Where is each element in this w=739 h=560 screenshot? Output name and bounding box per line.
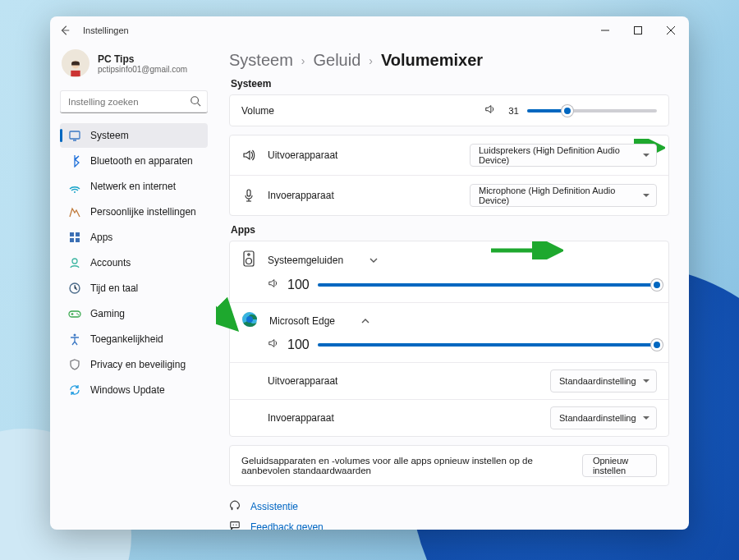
app-input-row: InvoerapparaatStandaardinstelling [230,399,668,436]
svg-rect-8 [70,238,74,242]
assist-link[interactable]: Assistentie [229,499,669,513]
svg-point-23 [246,316,253,323]
minimize-button[interactable] [589,19,622,42]
app-name: Systeemgeluiden [268,255,343,266]
input-label: Invoerapparaat [268,190,334,201]
svg-rect-0 [635,27,642,34]
nav-label: Netwerk en internet [90,181,176,192]
input-device-row: Invoerapparaat Microphone (High Definiti… [230,175,668,215]
search-input[interactable] [60,90,208,113]
microphone-icon [241,189,256,202]
nav-label: Tijd en taal [90,282,138,294]
systeem-icon [68,129,81,142]
nav-item-gaming[interactable]: Gaming [60,301,208,326]
apps-icon [68,231,81,244]
system-volume-card: Volume 31 [229,94,669,126]
avatar [62,49,90,77]
app-input-label: Invoerapparaat [268,412,334,424]
tijd-icon [68,282,81,295]
nav-item-privacy[interactable]: Privacy en beveiliging [60,352,208,377]
profile-name: PC Tips [98,53,187,65]
app-icon [241,311,258,331]
svg-point-10 [72,259,77,264]
profile-block[interactable]: PC Tips pctipsinfo01@gmail.com [60,48,208,84]
privacy-icon [68,358,81,371]
app-block: Systeemgeluiden100 [230,241,668,302]
nav-label: Persoonlijke instellingen [90,206,196,218]
nav-label: Privacy en beveiliging [90,359,186,370]
nav-item-apps[interactable]: Apps [60,225,208,250]
app-volume-value: 100 [287,278,310,292]
speaker-icon[interactable] [268,337,279,352]
apps-card: Systeemgeluiden100Microsoft Edge100Uitvo… [229,241,669,437]
titlebar: Instellingen [50,16,689,44]
svg-rect-25 [231,522,240,528]
nav-list: SysteemBluetooth en apparatenNetwerk en … [60,123,208,402]
nav-label: Apps [90,232,112,243]
volume-value: 31 [504,106,519,116]
crumb-system[interactable]: Systeem [229,51,293,70]
app-block: Microsoft Edge100 [230,302,668,362]
help-icon [229,499,242,513]
nav-item-persoon[interactable]: Persoonlijke instellingen [60,200,208,224]
svg-point-27 [236,524,236,525]
footer-links: Assistentie Feedback geven [229,499,669,530]
close-icon [667,26,675,34]
output-device-row: Uitvoerapparaat Luidsprekers (High Defin… [230,135,668,175]
app-name: Microsoft Edge [269,315,335,327]
nav-item-accounts[interactable]: Accounts [60,250,208,275]
sidebar: PC Tips pctipsinfo01@gmail.com SysteemBl… [50,44,216,530]
back-button[interactable] [57,22,73,39]
feedback-link[interactable]: Feedback geven [229,520,669,530]
app-input-select[interactable]: Standaardinstelling [550,406,657,429]
main-content: Systeem › Geluid › Volumemixer Systeem V… [216,44,689,530]
window-title: Instellingen [83,25,129,35]
app-volume-slider[interactable] [318,283,657,287]
maximize-icon [634,26,642,34]
arrow-left-icon [59,25,71,36]
nav-item-systeem[interactable]: Systeem [60,123,208,148]
nav-item-netwerk[interactable]: Netwerk en internet [60,174,208,199]
nav-item-tijd[interactable]: Tijd en taal [60,276,208,301]
app-output-row: UitvoerapparaatStandaardinstelling [230,362,668,399]
app-output-select[interactable]: Standaardinstelling [550,370,657,392]
reset-text: Geluidsapparaten en -volumes voor alle a… [241,456,559,475]
input-device-select[interactable]: Microphone (High Definition Audio Device… [470,184,657,207]
nav-item-bluetooth[interactable]: Bluetooth en apparaten [60,149,208,173]
svg-rect-1 [71,71,80,76]
app-volume-value: 100 [287,337,310,352]
svg-rect-6 [70,232,74,236]
search-box[interactable] [60,90,208,113]
nav-label: Accounts [90,257,131,269]
nav-label: Systeem [90,130,129,141]
speaker-icon [241,149,256,162]
close-button[interactable] [654,19,687,42]
nav-item-update[interactable]: Windows Update [60,378,208,402]
reset-button[interactable]: Opnieuw instellen [582,454,657,477]
speaker-icon[interactable] [484,103,496,117]
nav-label: Bluetooth en apparaten [90,155,193,167]
speaker-icon[interactable] [268,278,279,292]
svg-point-19 [246,259,252,264]
svg-rect-4 [70,131,80,139]
chevron-up-icon[interactable] [358,316,373,326]
output-label: Uitvoerapparaat [268,149,337,161]
nav-item-toegang[interactable]: Toegankelijkheid [60,327,208,351]
svg-rect-12 [69,311,80,317]
settings-window: Instellingen PC Tips pctipsinfo01@gmail.… [50,16,689,530]
reset-card: Geluidsapparaten en -volumes voor alle a… [229,445,669,486]
output-device-select[interactable]: Luidsprekers (High Definition Audio Devi… [470,144,657,167]
nav-label: Toegankelijkheid [90,333,163,345]
search-icon [190,95,201,109]
volume-label: Volume [241,105,274,117]
svg-point-5 [74,191,76,193]
volume-slider[interactable] [527,109,657,112]
gaming-icon [68,307,81,320]
svg-point-20 [248,254,250,255]
app-volume-slider[interactable] [318,343,657,347]
chevron-down-icon[interactable] [366,255,381,265]
maximize-button[interactable] [622,19,654,42]
crumb-sound[interactable]: Geluid [313,51,360,70]
svg-point-15 [74,334,76,337]
feedback-icon [229,520,242,530]
